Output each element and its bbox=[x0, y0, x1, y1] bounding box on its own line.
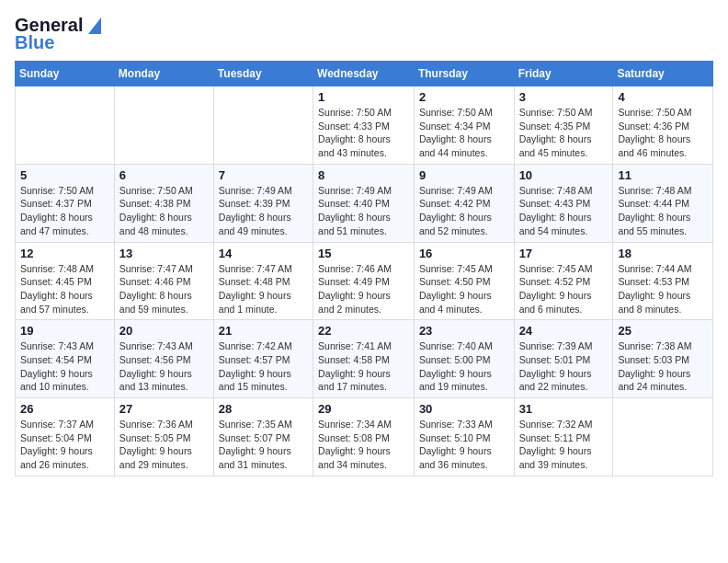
day-cell: 18Sunrise: 7:44 AM Sunset: 4:53 PM Dayli… bbox=[613, 242, 713, 320]
day-cell: 20Sunrise: 7:43 AM Sunset: 4:56 PM Dayli… bbox=[114, 320, 213, 398]
day-cell: 15Sunrise: 7:46 AM Sunset: 4:49 PM Dayli… bbox=[313, 242, 415, 320]
week-row-5: 26Sunrise: 7:37 AM Sunset: 5:04 PM Dayli… bbox=[16, 398, 713, 477]
day-number: 14 bbox=[219, 247, 308, 260]
day-info: Sunrise: 7:49 AM Sunset: 4:40 PM Dayligh… bbox=[318, 184, 409, 238]
day-cell: 29Sunrise: 7:34 AM Sunset: 5:08 PM Dayli… bbox=[313, 398, 415, 477]
logo: General Blue bbox=[15, 15, 101, 53]
day-number: 15 bbox=[318, 247, 409, 260]
day-info: Sunrise: 7:42 AM Sunset: 4:57 PM Dayligh… bbox=[219, 339, 308, 394]
day-number: 10 bbox=[519, 168, 609, 182]
day-cell: 2Sunrise: 7:50 AM Sunset: 4:34 PM Daylig… bbox=[414, 86, 514, 165]
day-number: 17 bbox=[519, 247, 609, 260]
day-cell: 30Sunrise: 7:33 AM Sunset: 5:10 PM Dayli… bbox=[414, 398, 514, 477]
day-cell: 1Sunrise: 7:50 AM Sunset: 4:33 PM Daylig… bbox=[313, 86, 415, 165]
day-cell: 9Sunrise: 7:49 AM Sunset: 4:42 PM Daylig… bbox=[414, 164, 514, 242]
header-saturday: Saturday bbox=[613, 62, 713, 86]
day-info: Sunrise: 7:50 AM Sunset: 4:34 PM Dayligh… bbox=[419, 106, 509, 160]
day-number: 20 bbox=[119, 324, 209, 338]
header-tuesday: Tuesday bbox=[213, 62, 313, 86]
day-cell bbox=[213, 86, 313, 165]
day-cell: 31Sunrise: 7:32 AM Sunset: 5:11 PM Dayli… bbox=[514, 398, 613, 477]
day-cell: 12Sunrise: 7:48 AM Sunset: 4:45 PM Dayli… bbox=[16, 242, 115, 320]
day-cell: 16Sunrise: 7:45 AM Sunset: 4:50 PM Dayli… bbox=[414, 242, 514, 320]
logo-triangle-icon bbox=[88, 17, 101, 34]
day-cell: 24Sunrise: 7:39 AM Sunset: 5:01 PM Dayli… bbox=[514, 320, 613, 398]
day-info: Sunrise: 7:32 AM Sunset: 5:11 PM Dayligh… bbox=[519, 418, 609, 472]
day-cell: 5Sunrise: 7:50 AM Sunset: 4:37 PM Daylig… bbox=[16, 164, 115, 242]
day-info: Sunrise: 7:40 AM Sunset: 5:00 PM Dayligh… bbox=[419, 339, 509, 394]
day-info: Sunrise: 7:43 AM Sunset: 4:54 PM Dayligh… bbox=[20, 339, 109, 394]
day-number: 22 bbox=[318, 324, 409, 338]
day-number: 6 bbox=[119, 168, 209, 182]
header-wednesday: Wednesday bbox=[313, 62, 415, 86]
day-info: Sunrise: 7:47 AM Sunset: 4:46 PM Dayligh… bbox=[119, 262, 209, 316]
week-row-4: 19Sunrise: 7:43 AM Sunset: 4:54 PM Dayli… bbox=[16, 320, 713, 398]
day-info: Sunrise: 7:33 AM Sunset: 5:10 PM Dayligh… bbox=[419, 418, 509, 472]
header-thursday: Thursday bbox=[414, 62, 514, 86]
day-number: 12 bbox=[20, 247, 109, 260]
day-info: Sunrise: 7:48 AM Sunset: 4:45 PM Dayligh… bbox=[20, 262, 109, 316]
calendar-table: SundayMondayTuesdayWednesdayThursdayFrid… bbox=[15, 61, 713, 477]
day-info: Sunrise: 7:46 AM Sunset: 4:49 PM Dayligh… bbox=[318, 262, 409, 316]
day-number: 26 bbox=[20, 402, 109, 416]
day-number: 24 bbox=[519, 324, 609, 338]
day-number: 16 bbox=[419, 247, 509, 260]
day-number: 8 bbox=[318, 168, 409, 182]
day-info: Sunrise: 7:50 AM Sunset: 4:37 PM Dayligh… bbox=[20, 184, 109, 238]
day-cell: 10Sunrise: 7:48 AM Sunset: 4:43 PM Dayli… bbox=[514, 164, 613, 242]
day-info: Sunrise: 7:39 AM Sunset: 5:01 PM Dayligh… bbox=[519, 339, 609, 394]
calendar-header: SundayMondayTuesdayWednesdayThursdayFrid… bbox=[16, 62, 713, 86]
logo-blue-text: Blue bbox=[15, 32, 54, 53]
day-cell bbox=[114, 86, 213, 165]
header-friday: Friday bbox=[514, 62, 613, 86]
day-number: 29 bbox=[318, 402, 409, 416]
day-info: Sunrise: 7:43 AM Sunset: 4:56 PM Dayligh… bbox=[119, 339, 209, 394]
day-info: Sunrise: 7:50 AM Sunset: 4:33 PM Dayligh… bbox=[318, 106, 409, 160]
header-row: SundayMondayTuesdayWednesdayThursdayFrid… bbox=[16, 62, 713, 86]
day-info: Sunrise: 7:48 AM Sunset: 4:44 PM Dayligh… bbox=[618, 184, 708, 238]
day-number: 2 bbox=[419, 90, 509, 104]
day-number: 13 bbox=[119, 247, 209, 260]
day-number: 27 bbox=[119, 402, 209, 416]
day-cell: 7Sunrise: 7:49 AM Sunset: 4:39 PM Daylig… bbox=[213, 164, 313, 242]
day-info: Sunrise: 7:45 AM Sunset: 4:52 PM Dayligh… bbox=[519, 262, 609, 316]
day-number: 30 bbox=[419, 402, 509, 416]
page-header: General Blue bbox=[15, 15, 713, 53]
day-info: Sunrise: 7:38 AM Sunset: 5:03 PM Dayligh… bbox=[618, 339, 708, 394]
day-number: 25 bbox=[618, 324, 708, 338]
day-cell: 26Sunrise: 7:37 AM Sunset: 5:04 PM Dayli… bbox=[16, 398, 115, 477]
day-cell: 13Sunrise: 7:47 AM Sunset: 4:46 PM Dayli… bbox=[114, 242, 213, 320]
day-cell: 27Sunrise: 7:36 AM Sunset: 5:05 PM Dayli… bbox=[114, 398, 213, 477]
day-cell: 14Sunrise: 7:47 AM Sunset: 4:48 PM Dayli… bbox=[213, 242, 313, 320]
day-info: Sunrise: 7:50 AM Sunset: 4:36 PM Dayligh… bbox=[618, 106, 708, 160]
day-cell: 22Sunrise: 7:41 AM Sunset: 4:58 PM Dayli… bbox=[313, 320, 415, 398]
day-number: 4 bbox=[618, 90, 708, 104]
day-cell bbox=[613, 398, 713, 477]
day-cell: 11Sunrise: 7:48 AM Sunset: 4:44 PM Dayli… bbox=[613, 164, 713, 242]
day-cell: 4Sunrise: 7:50 AM Sunset: 4:36 PM Daylig… bbox=[613, 86, 713, 165]
day-cell: 23Sunrise: 7:40 AM Sunset: 5:00 PM Dayli… bbox=[414, 320, 514, 398]
day-info: Sunrise: 7:36 AM Sunset: 5:05 PM Dayligh… bbox=[119, 418, 209, 472]
week-row-2: 5Sunrise: 7:50 AM Sunset: 4:37 PM Daylig… bbox=[16, 164, 713, 242]
header-sunday: Sunday bbox=[16, 62, 115, 86]
day-cell bbox=[16, 86, 115, 165]
day-cell: 28Sunrise: 7:35 AM Sunset: 5:07 PM Dayli… bbox=[213, 398, 313, 477]
day-info: Sunrise: 7:47 AM Sunset: 4:48 PM Dayligh… bbox=[219, 262, 308, 316]
day-number: 11 bbox=[618, 168, 708, 182]
day-cell: 19Sunrise: 7:43 AM Sunset: 4:54 PM Dayli… bbox=[16, 320, 115, 398]
day-number: 31 bbox=[519, 402, 609, 416]
day-info: Sunrise: 7:44 AM Sunset: 4:53 PM Dayligh… bbox=[618, 262, 708, 316]
day-info: Sunrise: 7:48 AM Sunset: 4:43 PM Dayligh… bbox=[519, 184, 609, 238]
day-number: 5 bbox=[20, 168, 109, 182]
day-info: Sunrise: 7:50 AM Sunset: 4:38 PM Dayligh… bbox=[119, 184, 209, 238]
day-cell: 6Sunrise: 7:50 AM Sunset: 4:38 PM Daylig… bbox=[114, 164, 213, 242]
day-info: Sunrise: 7:34 AM Sunset: 5:08 PM Dayligh… bbox=[318, 418, 409, 472]
day-number: 1 bbox=[318, 90, 409, 104]
week-row-1: 1Sunrise: 7:50 AM Sunset: 4:33 PM Daylig… bbox=[16, 86, 713, 165]
day-number: 18 bbox=[618, 247, 708, 260]
day-number: 19 bbox=[20, 324, 109, 338]
day-info: Sunrise: 7:45 AM Sunset: 4:50 PM Dayligh… bbox=[419, 262, 509, 316]
day-cell: 3Sunrise: 7:50 AM Sunset: 4:35 PM Daylig… bbox=[514, 86, 613, 165]
day-info: Sunrise: 7:49 AM Sunset: 4:42 PM Dayligh… bbox=[419, 184, 509, 238]
week-row-3: 12Sunrise: 7:48 AM Sunset: 4:45 PM Dayli… bbox=[16, 242, 713, 320]
